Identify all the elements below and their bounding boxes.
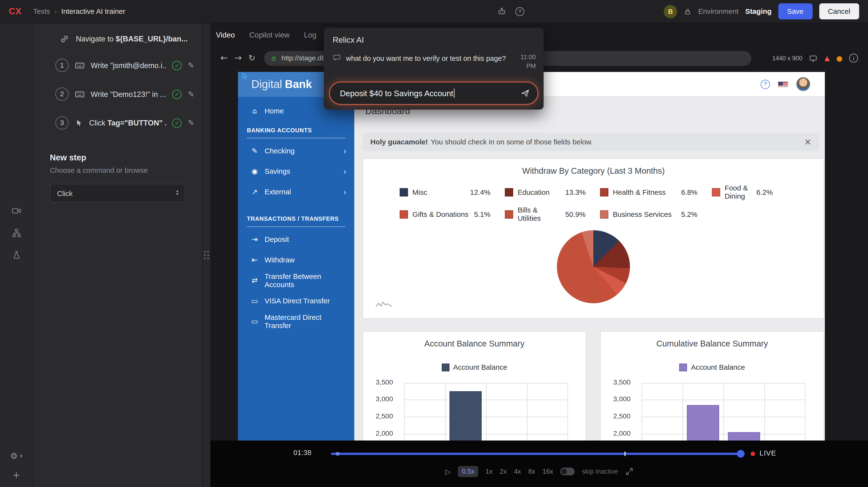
legend-label: Account Balance [691,363,745,371]
step-row-3[interactable]: 3 Click Tag="BUTTON" ... ✓ ✎ [33,109,202,138]
edit-step-icon[interactable]: ✎ [188,90,194,99]
forward-icon[interactable]: → [235,54,242,63]
account-balance-chart: Account Balance Summary Account Balance … [363,331,586,444]
bank-nav-label: Deposit [265,235,289,243]
assistant-input[interactable]: Deposit $40 to Savings Account [330,82,538,105]
bank-nav-savings[interactable]: ◉ Savings › [238,161,354,182]
help-icon[interactable]: ? [516,7,524,16]
gridline [567,383,568,444]
send-icon[interactable] [521,88,530,98]
bank-nav-visa-transfer[interactable]: ▭ VISA Direct Transfer [238,291,354,311]
external-icon: ↗ [250,187,259,196]
legend-label: Misc [412,188,427,196]
plot-area [642,380,806,444]
bank-nav-label: External [265,187,291,196]
environment-value[interactable]: Staging [745,7,772,16]
step-row-2[interactable]: 2 Write "Demo123!" in ... ✓ ✎ [33,80,202,109]
edit-step-icon[interactable]: ✎ [188,119,194,127]
bank-help-icon[interactable]: ? [761,80,770,89]
bank-nav-label: VISA Direct Transfer [265,297,330,305]
speed-0.5x[interactable]: 0.5x [458,466,478,477]
navigate-step[interactable]: Navigate to ${BASE_URL}/ban... [33,27,202,51]
legend-swatch [600,210,609,218]
breadcrumb-tests[interactable]: Tests [33,7,50,16]
legend-item: Business Services5.2% [600,206,712,223]
bank-user-avatar[interactable] [796,77,810,91]
speed-2x[interactable]: 2x [500,467,507,475]
app-logo[interactable]: CX [9,6,33,16]
settings-row[interactable]: ⚙ ▾ [10,451,22,461]
deposit-icon: ⇥ [250,235,259,243]
remote-browser-viewport[interactable]: Digital Bank ⌂ Home BANKING ACCOUNTS ✎ C… [238,72,825,444]
breadcrumb-current: Interactive AI trainer [61,7,125,16]
alert-close-icon[interactable]: × [804,136,812,147]
test-lab-icon[interactable] [11,250,21,260]
speed-4x[interactable]: 4x [514,467,521,475]
bank-content: Dashboard Holy guacamole! You should che… [354,97,825,444]
bank-nav-external[interactable]: ↗ External › [238,181,354,202]
withdraw-by-category-panel: Withdraw By Category (Last 3 Months) Mis… [363,158,824,318]
bank-nav-transfer[interactable]: ⇄ Transfer Between Accounts [238,270,354,291]
bank-logo-light: Digital [251,78,282,91]
command-select[interactable]: Click ▴▾ [50,184,186,203]
legend-item: Education13.3% [505,184,600,201]
fullscreen-icon[interactable] [625,467,633,475]
recordings-icon[interactable] [11,206,21,216]
remote-cursor-icon [240,72,248,80]
new-step-title: New step [50,153,186,162]
chevron-down-icon: ▾ [20,453,22,459]
add-icon[interactable]: + [12,470,20,480]
drag-handle[interactable] [204,251,209,259]
bank-nav-label: Home [265,106,284,115]
legend-label: Health & Fitness [613,188,665,196]
gridline [404,383,405,444]
user-avatar[interactable]: B [664,5,677,18]
bank-nav-label: Checking [265,147,295,155]
speed-8x[interactable]: 8x [528,467,535,475]
skip-inactive-label: skip inactive [582,467,618,475]
new-step-subtitle: Choose a command or browse [50,166,186,174]
cursor-icon [75,119,83,127]
cancel-button[interactable]: Cancel [819,3,859,20]
tab-copilot-view[interactable]: Copilot view [249,31,289,39]
speed-1x[interactable]: 1x [486,467,493,475]
edit-step-icon[interactable]: ✎ [188,61,194,70]
flows-icon[interactable] [11,228,21,238]
bank-nav-mastercard-transfer[interactable]: ▭ Mastercard Direct Transfer [238,311,354,332]
cumulative-balance-chart: Cumulative Balance Summary Account Balan… [600,331,825,444]
warning-icon[interactable]: ▲ [825,54,830,62]
back-icon[interactable]: ← [220,54,228,63]
bank-nav-checking[interactable]: ✎ Checking › [238,141,354,161]
panel-resize-divider[interactable] [202,23,210,487]
skip-inactive-toggle[interactable] [560,467,575,475]
step-row-1[interactable]: 1 Write "jsmith@demo.i..." ✓ ✎ [33,51,202,80]
scrubber-handle[interactable] [737,450,744,458]
assistant-message: what do you want me to verify or test on… [346,53,507,62]
speed-16x[interactable]: 16x [542,467,553,475]
legend-swatch [400,188,408,196]
bank-nav-withdraw[interactable]: ⇤ Withdraw [238,249,354,270]
play-icon[interactable]: ▷ [445,467,451,476]
tab-log[interactable]: Log [304,31,316,39]
gridline [682,383,683,444]
reload-icon[interactable]: ↻ [248,53,255,63]
us-flag-icon[interactable] [778,81,788,87]
legend-label: Education [518,188,550,196]
gear-icon[interactable]: ⚙ [10,451,18,461]
save-button[interactable]: Save [778,3,812,20]
assistant-title: Relicx AI [324,28,544,44]
chevron-right-icon: › [343,167,347,176]
y-axis: 3,5003,0002,5002,000 [600,380,636,444]
bank-nav-deposit[interactable]: ⇥ Deposit [238,229,354,250]
progress-track[interactable] [331,452,744,456]
tab-video[interactable]: Video [216,31,235,39]
legend-percent: 13.3% [565,188,586,196]
legend-label: Bills & Utilities [518,206,561,223]
status-dot-icon[interactable]: ● [836,54,843,62]
monitor-icon[interactable] [809,54,818,62]
legend-percent: 6.8% [681,188,698,196]
assistant-icon[interactable] [497,6,507,16]
savings-icon: ◉ [250,167,259,175]
step-label: Write "jsmith@demo.i..." [91,61,166,69]
info-icon[interactable]: i [849,54,858,63]
